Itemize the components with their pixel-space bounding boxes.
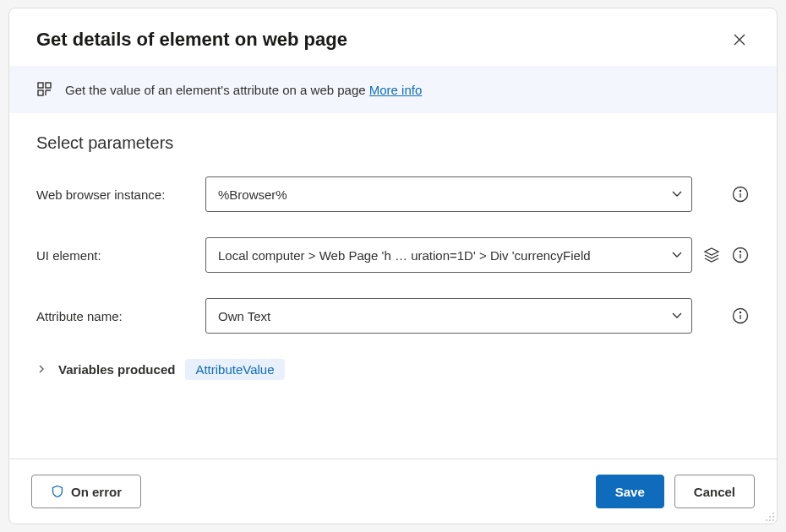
svg-rect-0 xyxy=(38,83,43,88)
param-row-attribute: Attribute name: Own Text xyxy=(36,298,750,334)
resize-grip-icon[interactable] xyxy=(763,510,775,522)
variables-produced-row[interactable]: Variables produced AttributeValue xyxy=(36,359,750,380)
svg-point-14 xyxy=(772,519,774,521)
save-button[interactable]: Save xyxy=(596,475,664,508)
attribute-name-dropdown[interactable]: Own Text xyxy=(205,298,692,334)
more-info-link[interactable]: More info xyxy=(369,83,423,97)
svg-point-9 xyxy=(772,513,774,514)
info-icon xyxy=(732,307,749,324)
attribute-info-button[interactable] xyxy=(731,307,750,325)
on-error-button[interactable]: On error xyxy=(31,475,141,508)
info-description: Get the value of an element's attribute … xyxy=(65,83,366,97)
browser-instance-value: %Browser% xyxy=(218,187,663,202)
ui-element-info-button[interactable] xyxy=(731,246,750,264)
chevron-down-icon xyxy=(671,187,683,202)
cancel-button[interactable]: Cancel xyxy=(674,475,755,508)
ui-element-value: Local computer > Web Page 'h … uration=1… xyxy=(218,248,663,263)
svg-rect-2 xyxy=(38,90,43,95)
attribute-name-value: Own Text xyxy=(218,309,663,323)
variable-chip[interactable]: AttributeValue xyxy=(185,359,284,380)
svg-point-12 xyxy=(766,519,767,521)
ui-element-picker-button[interactable] xyxy=(702,246,721,264)
select-parameters-heading: Select parameters xyxy=(36,133,750,153)
info-text: Get the value of an element's attribute … xyxy=(65,83,422,97)
svg-point-13 xyxy=(769,519,771,521)
layers-icon xyxy=(703,247,720,263)
browser-info-button[interactable] xyxy=(731,185,750,204)
layers-placeholder xyxy=(702,307,721,325)
variables-produced-label: Variables produced xyxy=(58,362,175,377)
shield-icon xyxy=(51,485,64,498)
svg-rect-1 xyxy=(46,83,51,88)
layers-placeholder xyxy=(702,185,721,204)
svg-point-11 xyxy=(772,516,774,518)
dialog-title: Get details of element on web page xyxy=(36,29,347,51)
chevron-right-icon xyxy=(36,362,48,377)
info-icon xyxy=(732,247,749,263)
info-icon xyxy=(732,186,749,203)
browser-instance-dropdown[interactable]: %Browser% xyxy=(205,176,692,212)
save-label: Save xyxy=(615,485,645,499)
chevron-down-icon xyxy=(671,248,683,263)
dialog-body: Select parameters Web browser instance: … xyxy=(9,113,777,459)
param-row-ui-element: UI element: Local computer > Web Page 'h… xyxy=(36,237,750,273)
chevron-down-icon xyxy=(671,309,683,323)
svg-point-4 xyxy=(740,190,740,191)
close-icon xyxy=(733,33,746,46)
cancel-label: Cancel xyxy=(694,485,735,499)
dialog-footer: On error Save Cancel xyxy=(9,459,777,524)
attribute-name-label: Attribute name: xyxy=(36,309,205,323)
svg-point-6 xyxy=(740,251,740,252)
info-bar: Get the value of an element's attribute … xyxy=(9,66,777,113)
ui-element-label: UI element: xyxy=(36,248,205,263)
close-button[interactable] xyxy=(729,30,750,50)
ui-element-dropdown[interactable]: Local computer > Web Page 'h … uration=1… xyxy=(205,237,692,273)
param-row-browser: Web browser instance: %Browser% xyxy=(36,176,750,212)
action-config-dialog: Get details of element on web page Get t… xyxy=(8,8,778,524)
browser-instance-label: Web browser instance: xyxy=(36,187,205,202)
action-icon xyxy=(36,81,53,98)
dialog-header: Get details of element on web page xyxy=(9,8,777,66)
on-error-label: On error xyxy=(71,485,122,499)
svg-point-8 xyxy=(740,312,740,312)
svg-point-10 xyxy=(769,516,771,518)
